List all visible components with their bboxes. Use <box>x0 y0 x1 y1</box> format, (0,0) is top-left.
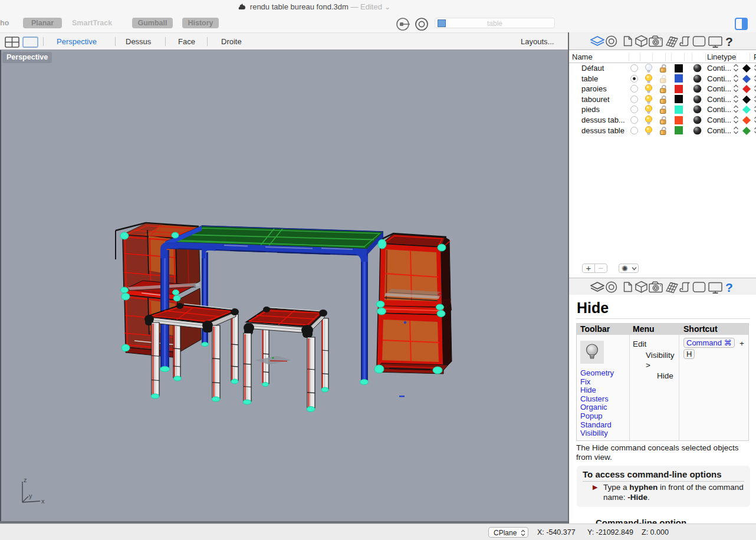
svg-text:x: x <box>41 498 45 505</box>
svg-text:z: z <box>24 476 27 483</box>
svg-text:?: ? <box>725 281 733 294</box>
svg-text:y: y <box>29 492 32 499</box>
svg-text:?: ? <box>725 35 733 48</box>
